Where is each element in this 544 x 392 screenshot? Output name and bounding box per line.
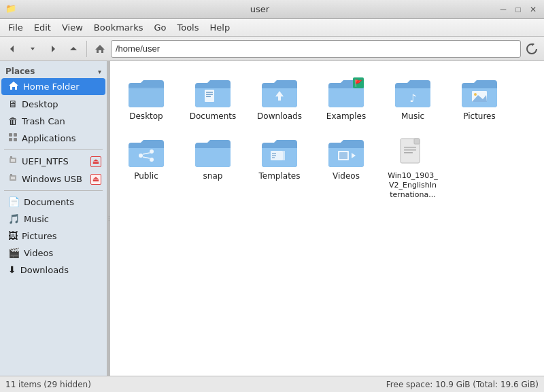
music-icon: 🎵 [8,213,20,224]
file-item-documents[interactable]: Documents [182,72,243,126]
desktop-label: Desktop [129,111,163,122]
sidebar-section-header: Places ▾ [0,64,107,77]
svg-rect-15 [10,174,12,176]
documents-icon: 📄 [8,196,20,207]
forward-button[interactable] [44,39,63,58]
file-item-desktop[interactable]: Desktop [116,72,177,126]
menu-bookmarks[interactable]: Bookmarks [88,21,149,34]
pictures-folder-icon [460,76,498,109]
sidebar-label-applications: Applications [22,133,75,143]
pictures-label: Pictures [463,111,496,122]
public-label: Public [134,171,158,182]
window-title: user [22,4,498,14]
downloads-folder-icon [260,76,299,109]
menu-file[interactable]: File [3,21,29,34]
downloads-icon: ⬇ [8,264,16,275]
file-grid: Desktop Documents [116,72,539,204]
file-item-music[interactable]: ♪ Music [382,72,443,126]
sidebar-label-downloads: Downloads [20,265,69,275]
sidebar-item-music[interactable]: 🎵 Music [1,211,105,227]
reload-button[interactable] [522,39,541,58]
window-icon: 📁 [5,3,18,16]
sidebar-item-downloads[interactable]: ⬇ Downloads [1,262,105,278]
svg-marker-3 [70,47,77,50]
places-label: Places [5,67,35,76]
sidebar-label-pictures: Pictures [22,231,56,241]
sidebar-collapse-arrow[interactable]: ▾ [98,68,101,75]
toolbar-separator [86,41,87,57]
file-item-win10[interactable]: Win10_1903_V2_EnglishInternationa... [382,132,443,204]
close-button[interactable]: ✕ [528,4,539,15]
sidebar-label-videos: Videos [24,248,53,258]
menu-view[interactable]: View [56,21,88,34]
sidebar-item-windows-usb[interactable]: Windows USB ⏏ [1,171,105,188]
maximize-button[interactable]: □ [513,4,524,15]
titlebar: 📁 user ─ □ ✕ [0,0,544,19]
templates-label: Templates [258,171,300,182]
item-count: 11 items (29 hidden) [5,380,91,389]
down-button[interactable] [23,39,42,58]
menu-help[interactable]: Help [205,21,236,34]
menu-go[interactable]: Go [148,21,171,34]
sidebar-divider-2 [4,190,103,191]
documents-folder-icon [194,76,232,109]
sidebar-item-home-folder[interactable]: Home Folder [1,78,105,95]
sidebar-label-music: Music [24,214,49,224]
music-label: Music [401,111,424,122]
sidebar-item-pictures[interactable]: 🖼 Pictures [1,228,105,244]
file-item-snap[interactable]: snap [182,132,243,204]
reload-icon [526,43,537,54]
svg-rect-14 [11,177,15,179]
svg-point-27 [150,158,154,162]
applications-icon [8,132,18,144]
back-button[interactable] [3,39,22,58]
svg-point-26 [150,149,154,154]
svg-text:♪: ♪ [409,92,416,105]
sidebar-label-windows-usb: Windows USB [22,174,82,184]
documents-label: Documents [190,111,236,122]
examples-folder-icon: 🚩 [327,76,365,109]
address-input[interactable] [111,40,521,58]
svg-rect-12 [10,156,12,158]
downloads-label: Downloads [257,111,302,122]
menu-edit[interactable]: Edit [29,21,56,34]
file-item-public[interactable]: Public [116,132,177,204]
back-icon [7,44,17,54]
win10-file-icon [394,136,432,168]
file-item-downloads[interactable]: Downloads [249,72,310,126]
file-item-videos[interactable]: Videos [316,132,377,204]
windows-usb-eject-button[interactable]: ⏏ [90,174,101,185]
examples-label: Examples [326,111,366,122]
svg-rect-42 [404,147,416,148]
free-space: Free space: 10.9 GiB (Total: 19.6 GiB) [386,380,539,389]
svg-point-25 [139,154,143,158]
svg-rect-18 [206,94,213,95]
sidebar-item-documents[interactable]: 📄 Documents [1,194,105,210]
file-item-pictures[interactable]: Pictures [449,72,510,126]
desktop-folder-icon [127,76,165,109]
menu-tools[interactable]: Tools [171,21,204,34]
windows-usb-icon [8,173,18,185]
sidebar-item-videos[interactable]: 🎬 Videos [1,245,105,261]
templates-folder-icon [260,136,299,168]
sidebar-item-desktop[interactable]: 🖥 Desktop [1,96,105,112]
home-button[interactable] [90,39,109,58]
uefi-eject-button[interactable]: ⏏ [90,156,101,167]
minimize-button[interactable]: ─ [498,4,509,15]
sidebar-item-applications[interactable]: Applications [1,130,105,147]
svg-rect-44 [404,152,413,154]
statusbar: 11 items (29 hidden) Free space: 10.9 Gi… [0,376,544,392]
file-item-examples[interactable]: 🚩 Examples [316,72,377,126]
win10-label: Win10_1903_V2_EnglishInternationa... [388,171,438,200]
sidebar-item-trash-can[interactable]: 🗑 Trash Can [1,113,105,129]
uefi-icon [8,156,18,167]
videos-label: Videos [333,171,360,182]
svg-rect-41 [414,139,420,144]
sidebar-label-trash-can: Trash Can [22,116,65,126]
up-icon [69,44,78,54]
sidebar-item-uefi-ntfs[interactable]: UEFI_NTFS ⏏ [1,153,105,170]
file-item-templates[interactable]: Templates [249,132,310,204]
up-button[interactable] [64,39,83,58]
svg-marker-4 [95,45,105,53]
svg-rect-31 [283,151,285,160]
